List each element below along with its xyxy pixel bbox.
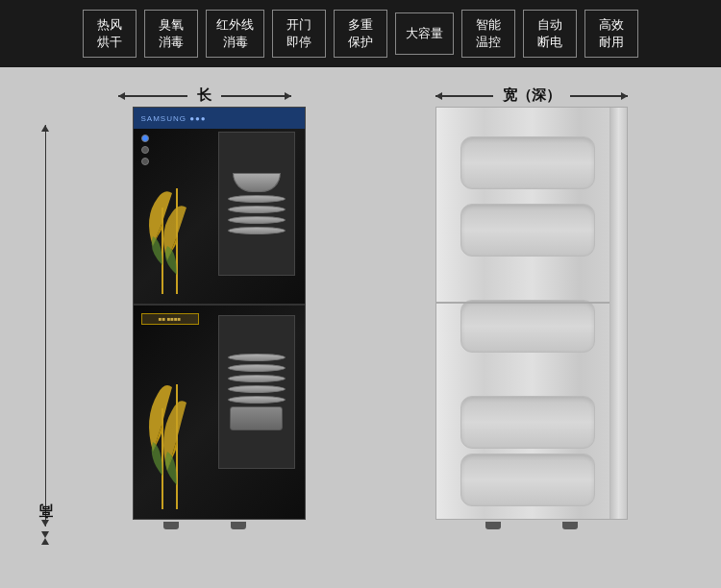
side-foot-right — [562, 522, 578, 529]
dish-b3 — [228, 375, 286, 382]
control-dot-3 — [141, 158, 149, 165]
fridge-top-door: SAMSUNG ●●● — [134, 108, 305, 305]
control-dot-1 — [141, 135, 149, 142]
side-groove-1 — [460, 136, 595, 189]
glass-window-bottom — [218, 315, 295, 469]
height-line — [45, 125, 47, 527]
feature-bar: 热风烘干 臭氧消毒 红外线消毒 开门即停 多重保护 大容量 智能温控 自动断电 … — [0, 0, 721, 67]
dish-3 — [228, 216, 286, 224]
feature-smart-temp: 智能温控 — [461, 10, 515, 58]
fridge-logo-text: SAMSUNG ●●● — [141, 114, 207, 123]
fridge-front-body: SAMSUNG ●●● — [133, 107, 306, 520]
width-label: 宽（深） — [503, 86, 560, 105]
length-dimension: 长 — [118, 86, 291, 105]
dish-b4 — [228, 385, 286, 393]
side-groove-3 — [460, 300, 595, 353]
feature-hot-air-dry: 热风烘干 — [83, 10, 137, 58]
side-right-strip — [609, 108, 627, 519]
dish-b1 — [228, 354, 286, 361]
length-line-left — [118, 95, 188, 97]
dish-1 — [228, 195, 286, 203]
side-fridge-feet — [435, 522, 628, 529]
side-foot-left — [485, 522, 501, 529]
side-groove-2 — [460, 204, 595, 257]
length-line-right — [221, 95, 291, 97]
chopstick-holder — [230, 406, 283, 430]
fridge-bottom-door: ■■ ■■■■ — [134, 306, 305, 520]
length-label: 长 — [197, 86, 211, 105]
front-fridge-wrapper: 高 SAMSUNG ●●● — [29, 107, 351, 529]
height-dimension: 高 — [37, 125, 55, 538]
fridge-side-body — [435, 107, 628, 520]
fridge-side-container — [435, 107, 628, 529]
side-view-section: 宽（深） — [370, 86, 692, 550]
dish-stack-top — [223, 141, 290, 266]
dish-b2 — [228, 364, 286, 372]
dish-2 — [228, 206, 286, 213]
info-label: ■■ ■■■■ — [141, 313, 199, 325]
width-dimension: 宽（深） — [435, 86, 628, 105]
fridge-feet — [118, 522, 291, 529]
width-line-left — [435, 95, 493, 97]
side-groove-4 — [460, 396, 595, 449]
glass-window-top — [218, 132, 295, 276]
side-groove-5 — [460, 453, 595, 506]
dish-4 — [228, 227, 286, 234]
feature-multi-protect: 多重保护 — [334, 10, 387, 58]
main-content: 长 高 SAMSUNG ●●● — [0, 67, 721, 569]
flower-decoration-top — [143, 169, 211, 294]
fridge-logo-bar: SAMSUNG ●●● — [134, 108, 305, 129]
feature-door-stop: 开门即停 — [272, 10, 326, 58]
control-dot-2 — [141, 146, 149, 154]
dish-stack-bottom — [223, 330, 290, 454]
feature-infrared-disinfect: 红外线消毒 — [206, 10, 264, 58]
feature-large-capacity: 大容量 — [395, 12, 454, 55]
width-line-right — [570, 95, 628, 97]
control-panel — [141, 135, 149, 165]
bowl-top — [233, 173, 281, 192]
feature-ozone-disinfect: 臭氧消毒 — [144, 10, 198, 58]
feature-efficient-durable: 高效耐用 — [584, 10, 638, 58]
front-view-section: 长 高 SAMSUNG ●●● — [29, 86, 351, 550]
foot-left — [163, 522, 179, 529]
side-divider — [436, 302, 627, 304]
dish-b5 — [228, 396, 286, 404]
side-fridge-wrapper — [370, 107, 692, 529]
flower-decoration-bottom — [143, 360, 211, 509]
feature-auto-power-off: 自动断电 — [523, 10, 577, 58]
foot-right — [231, 522, 246, 529]
